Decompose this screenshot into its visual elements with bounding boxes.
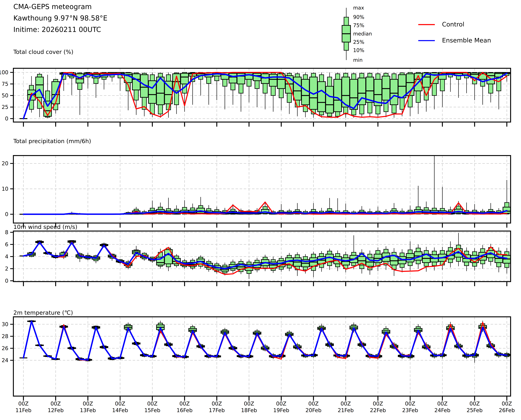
x-tick-label: 00Z13Feb: [80, 400, 96, 414]
x-tick-label: 00Z22Feb: [370, 400, 386, 414]
y-tick-label: 50: [2, 92, 8, 99]
y-tick-label: 100: [0, 69, 8, 75]
box-25-75: [294, 77, 301, 100]
control-legend-label: Control: [442, 21, 464, 28]
y-tick-label: 0: [5, 115, 8, 122]
x-tick-label: 00Z16Feb: [176, 400, 192, 414]
meteogram-figure: CMA-GEPS meteogram Kawthoung 9.97°N 98.5…: [0, 0, 521, 420]
x-tick-label: 00Z26Feb: [499, 400, 515, 414]
boxplot-legend-label: max: [353, 5, 364, 11]
x-tick-label: 00Z12Feb: [48, 400, 64, 414]
x-tick-label: 00Z24Feb: [434, 400, 450, 414]
y-tick-label: 8: [5, 229, 8, 235]
box-25-75: [326, 86, 333, 113]
box-25-75: [334, 79, 342, 112]
y-tick-label: 6: [5, 241, 8, 248]
y-tick-label: 30: [2, 321, 8, 327]
x-tick-label: 00Z11Feb: [15, 400, 31, 414]
panel-3: 24262830: [2, 317, 511, 401]
panel-title: Total cloud cover (%): [13, 49, 73, 55]
box-25-75: [181, 73, 188, 84]
x-tick-label: 00Z18Feb: [241, 400, 257, 414]
boxplot-legend: [342, 8, 351, 60]
y-tick-label: 10: [2, 186, 8, 192]
y-tick-label: 0: [5, 278, 8, 284]
box-25-75: [390, 79, 398, 105]
x-tick-label: 00Z25Feb: [467, 400, 483, 414]
meteogram-chart: 0255075100010200246824262830: [0, 0, 521, 420]
x-tick-label: 00Z23Feb: [402, 400, 418, 414]
y-tick-label: 24: [2, 357, 8, 363]
panel-1: 01020: [2, 147, 511, 228]
y-tick-label: 75: [2, 81, 8, 87]
box-25-75: [245, 73, 253, 79]
x-tick-label: 00Z21Feb: [338, 400, 354, 414]
boxplot-legend-label: 90%: [353, 14, 364, 20]
x-tick-label: 00Z20Feb: [306, 400, 322, 414]
box-whisker-series: [20, 320, 511, 363]
box-25-75: [269, 74, 277, 86]
x-tick-label: 00Z17Feb: [209, 400, 225, 414]
boxplot-legend-label: 10%: [353, 47, 364, 53]
panel-title: Total precipitation (mm/6h): [13, 138, 91, 144]
box-25-75: [261, 74, 269, 83]
ensemble-mean-legend-label: Ensemble Mean: [442, 37, 491, 44]
box-25-75: [382, 76, 390, 100]
y-tick-label: 0: [5, 211, 8, 217]
box-25-75: [318, 82, 325, 112]
boxplot-legend-label: min: [353, 57, 363, 63]
y-tick-label: 2: [5, 266, 8, 272]
panel-title: 2m temperature (℃): [13, 309, 73, 316]
box-25-75: [422, 73, 430, 87]
box-25-75: [366, 77, 374, 102]
box-25-75: [229, 73, 237, 83]
box-whisker-series: [20, 233, 511, 279]
panel-0: 0255075100: [0, 68, 511, 127]
panel-2: 02468: [5, 229, 511, 286]
y-tick-label: 28: [2, 333, 8, 339]
y-tick-label: 20: [2, 160, 8, 166]
y-tick-label: 26: [2, 345, 8, 351]
y-tick-label: 25: [2, 104, 8, 110]
boxplot-legend-label: median: [353, 31, 372, 37]
y-tick-label: 4: [5, 254, 8, 260]
boxplot-legend-label: 75%: [353, 22, 364, 28]
panel-title: 10m wind speed (m/s): [13, 224, 77, 230]
x-tick-label: 00Z19Feb: [273, 400, 289, 414]
boxplot-legend-label: 25%: [353, 39, 364, 45]
x-tick-label: 00Z15Feb: [144, 400, 160, 414]
box-whisker-series: [20, 147, 511, 214]
x-tick-label: 00Z14Feb: [112, 400, 128, 414]
